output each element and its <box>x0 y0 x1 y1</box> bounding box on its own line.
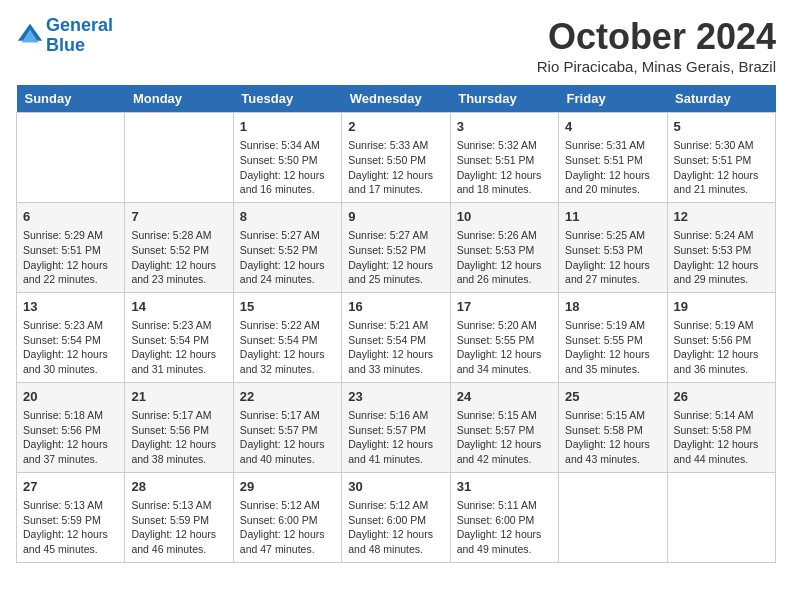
day-number: 29 <box>240 478 335 496</box>
day-info: Sunrise: 5:22 AM Sunset: 5:54 PM Dayligh… <box>240 318 335 377</box>
day-header-tuesday: Tuesday <box>233 85 341 113</box>
day-cell-1: 1Sunrise: 5:34 AM Sunset: 5:50 PM Daylig… <box>233 113 341 203</box>
day-cell-7: 7Sunrise: 5:28 AM Sunset: 5:52 PM Daylig… <box>125 202 233 292</box>
day-cell-17: 17Sunrise: 5:20 AM Sunset: 5:55 PM Dayli… <box>450 292 558 382</box>
day-cell-10: 10Sunrise: 5:26 AM Sunset: 5:53 PM Dayli… <box>450 202 558 292</box>
day-info: Sunrise: 5:23 AM Sunset: 5:54 PM Dayligh… <box>131 318 226 377</box>
logo-icon <box>16 22 44 50</box>
day-cell-28: 28Sunrise: 5:13 AM Sunset: 5:59 PM Dayli… <box>125 472 233 562</box>
day-cell-5: 5Sunrise: 5:30 AM Sunset: 5:51 PM Daylig… <box>667 113 775 203</box>
day-cell-9: 9Sunrise: 5:27 AM Sunset: 5:52 PM Daylig… <box>342 202 450 292</box>
day-number: 30 <box>348 478 443 496</box>
day-number: 1 <box>240 118 335 136</box>
day-number: 11 <box>565 208 660 226</box>
day-info: Sunrise: 5:33 AM Sunset: 5:50 PM Dayligh… <box>348 138 443 197</box>
day-number: 7 <box>131 208 226 226</box>
day-info: Sunrise: 5:27 AM Sunset: 5:52 PM Dayligh… <box>348 228 443 287</box>
day-number: 5 <box>674 118 769 136</box>
day-number: 24 <box>457 388 552 406</box>
day-cell-22: 22Sunrise: 5:17 AM Sunset: 5:57 PM Dayli… <box>233 382 341 472</box>
day-number: 3 <box>457 118 552 136</box>
day-info: Sunrise: 5:15 AM Sunset: 5:58 PM Dayligh… <box>565 408 660 467</box>
day-info: Sunrise: 5:15 AM Sunset: 5:57 PM Dayligh… <box>457 408 552 467</box>
day-number: 26 <box>674 388 769 406</box>
week-row-2: 6Sunrise: 5:29 AM Sunset: 5:51 PM Daylig… <box>17 202 776 292</box>
day-cell-14: 14Sunrise: 5:23 AM Sunset: 5:54 PM Dayli… <box>125 292 233 382</box>
location-title: Rio Piracicaba, Minas Gerais, Brazil <box>537 58 776 75</box>
logo-blue: Blue <box>46 35 85 55</box>
day-header-sunday: Sunday <box>17 85 125 113</box>
day-info: Sunrise: 5:29 AM Sunset: 5:51 PM Dayligh… <box>23 228 118 287</box>
day-number: 31 <box>457 478 552 496</box>
day-number: 13 <box>23 298 118 316</box>
day-cell-18: 18Sunrise: 5:19 AM Sunset: 5:55 PM Dayli… <box>559 292 667 382</box>
day-info: Sunrise: 5:14 AM Sunset: 5:58 PM Dayligh… <box>674 408 769 467</box>
title-section: October 2024 Rio Piracicaba, Minas Gerai… <box>537 16 776 75</box>
day-cell-16: 16Sunrise: 5:21 AM Sunset: 5:54 PM Dayli… <box>342 292 450 382</box>
day-number: 28 <box>131 478 226 496</box>
day-info: Sunrise: 5:23 AM Sunset: 5:54 PM Dayligh… <box>23 318 118 377</box>
day-cell-11: 11Sunrise: 5:25 AM Sunset: 5:53 PM Dayli… <box>559 202 667 292</box>
day-header-monday: Monday <box>125 85 233 113</box>
day-info: Sunrise: 5:17 AM Sunset: 5:56 PM Dayligh… <box>131 408 226 467</box>
day-cell-29: 29Sunrise: 5:12 AM Sunset: 6:00 PM Dayli… <box>233 472 341 562</box>
day-number: 19 <box>674 298 769 316</box>
day-cell-8: 8Sunrise: 5:27 AM Sunset: 5:52 PM Daylig… <box>233 202 341 292</box>
day-number: 25 <box>565 388 660 406</box>
day-number: 4 <box>565 118 660 136</box>
calendar-table: SundayMondayTuesdayWednesdayThursdayFrid… <box>16 85 776 563</box>
day-info: Sunrise: 5:13 AM Sunset: 5:59 PM Dayligh… <box>23 498 118 557</box>
logo: General Blue <box>16 16 113 56</box>
day-number: 22 <box>240 388 335 406</box>
day-info: Sunrise: 5:30 AM Sunset: 5:51 PM Dayligh… <box>674 138 769 197</box>
day-number: 27 <box>23 478 118 496</box>
day-info: Sunrise: 5:31 AM Sunset: 5:51 PM Dayligh… <box>565 138 660 197</box>
day-cell-19: 19Sunrise: 5:19 AM Sunset: 5:56 PM Dayli… <box>667 292 775 382</box>
day-info: Sunrise: 5:12 AM Sunset: 6:00 PM Dayligh… <box>240 498 335 557</box>
day-info: Sunrise: 5:20 AM Sunset: 5:55 PM Dayligh… <box>457 318 552 377</box>
day-cell-12: 12Sunrise: 5:24 AM Sunset: 5:53 PM Dayli… <box>667 202 775 292</box>
day-info: Sunrise: 5:12 AM Sunset: 6:00 PM Dayligh… <box>348 498 443 557</box>
day-cell-24: 24Sunrise: 5:15 AM Sunset: 5:57 PM Dayli… <box>450 382 558 472</box>
empty-cell <box>559 472 667 562</box>
day-header-saturday: Saturday <box>667 85 775 113</box>
day-info: Sunrise: 5:13 AM Sunset: 5:59 PM Dayligh… <box>131 498 226 557</box>
day-cell-6: 6Sunrise: 5:29 AM Sunset: 5:51 PM Daylig… <box>17 202 125 292</box>
day-info: Sunrise: 5:28 AM Sunset: 5:52 PM Dayligh… <box>131 228 226 287</box>
page-header: General Blue October 2024 Rio Piracicaba… <box>16 16 776 75</box>
day-header-thursday: Thursday <box>450 85 558 113</box>
day-cell-31: 31Sunrise: 5:11 AM Sunset: 6:00 PM Dayli… <box>450 472 558 562</box>
day-number: 15 <box>240 298 335 316</box>
day-number: 21 <box>131 388 226 406</box>
day-info: Sunrise: 5:11 AM Sunset: 6:00 PM Dayligh… <box>457 498 552 557</box>
day-number: 9 <box>348 208 443 226</box>
day-info: Sunrise: 5:19 AM Sunset: 5:56 PM Dayligh… <box>674 318 769 377</box>
day-number: 20 <box>23 388 118 406</box>
day-cell-15: 15Sunrise: 5:22 AM Sunset: 5:54 PM Dayli… <box>233 292 341 382</box>
month-title: October 2024 <box>537 16 776 58</box>
week-row-3: 13Sunrise: 5:23 AM Sunset: 5:54 PM Dayli… <box>17 292 776 382</box>
day-number: 6 <box>23 208 118 226</box>
day-cell-13: 13Sunrise: 5:23 AM Sunset: 5:54 PM Dayli… <box>17 292 125 382</box>
calendar-header-row: SundayMondayTuesdayWednesdayThursdayFrid… <box>17 85 776 113</box>
day-info: Sunrise: 5:21 AM Sunset: 5:54 PM Dayligh… <box>348 318 443 377</box>
day-number: 2 <box>348 118 443 136</box>
logo-text: General Blue <box>46 16 113 56</box>
day-number: 10 <box>457 208 552 226</box>
day-cell-30: 30Sunrise: 5:12 AM Sunset: 6:00 PM Dayli… <box>342 472 450 562</box>
day-cell-27: 27Sunrise: 5:13 AM Sunset: 5:59 PM Dayli… <box>17 472 125 562</box>
day-cell-4: 4Sunrise: 5:31 AM Sunset: 5:51 PM Daylig… <box>559 113 667 203</box>
empty-cell <box>667 472 775 562</box>
day-cell-20: 20Sunrise: 5:18 AM Sunset: 5:56 PM Dayli… <box>17 382 125 472</box>
day-info: Sunrise: 5:16 AM Sunset: 5:57 PM Dayligh… <box>348 408 443 467</box>
week-row-1: 1Sunrise: 5:34 AM Sunset: 5:50 PM Daylig… <box>17 113 776 203</box>
day-info: Sunrise: 5:26 AM Sunset: 5:53 PM Dayligh… <box>457 228 552 287</box>
day-number: 12 <box>674 208 769 226</box>
day-info: Sunrise: 5:32 AM Sunset: 5:51 PM Dayligh… <box>457 138 552 197</box>
day-info: Sunrise: 5:25 AM Sunset: 5:53 PM Dayligh… <box>565 228 660 287</box>
logo-general: General <box>46 15 113 35</box>
day-cell-23: 23Sunrise: 5:16 AM Sunset: 5:57 PM Dayli… <box>342 382 450 472</box>
day-header-wednesday: Wednesday <box>342 85 450 113</box>
day-number: 16 <box>348 298 443 316</box>
day-number: 23 <box>348 388 443 406</box>
